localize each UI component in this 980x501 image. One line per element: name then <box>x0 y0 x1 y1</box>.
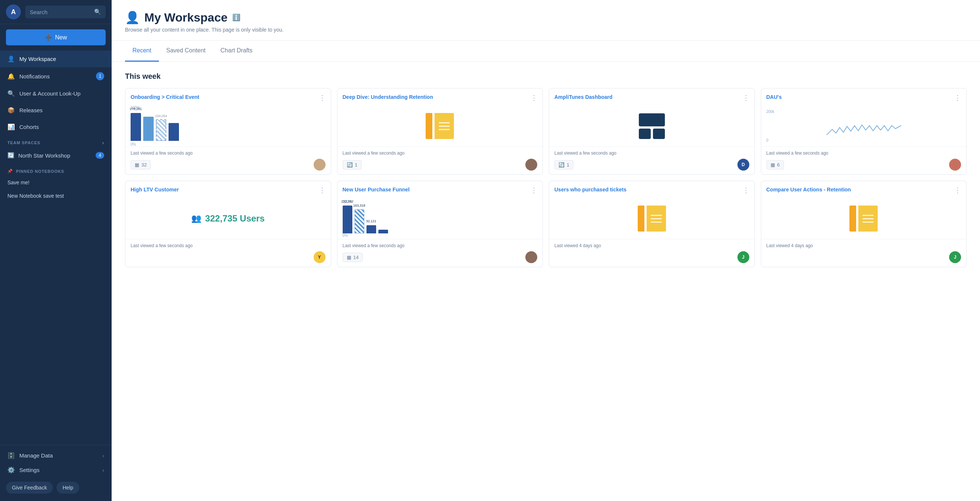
sidebar-item-label: Notifications <box>19 73 50 79</box>
card-stats: J <box>554 251 749 263</box>
chart-label-100: 100% <box>343 200 538 204</box>
last-viewed-prefix: Last viewed <box>554 243 578 248</box>
card-menu-icon[interactable]: ⋮ <box>955 94 961 102</box>
tab-drafts[interactable]: Chart Drafts <box>213 41 260 62</box>
bar-label-3: 32,121 <box>366 219 377 223</box>
avatar <box>525 251 537 263</box>
chevron-right-icon: › <box>102 467 104 473</box>
page-title: 👤 My Workspace ℹ️ <box>125 10 967 25</box>
tab-recent[interactable]: Recent <box>125 41 159 62</box>
sidebar-item-label: Releases <box>19 107 43 113</box>
content-area: This week Onboarding > Critical Event ⋮ … <box>111 62 980 284</box>
avatar <box>525 159 537 171</box>
last-viewed-prefix: Last viewed <box>343 151 366 156</box>
stat-value: 14 <box>353 255 359 260</box>
cards-row-2: High LTV Customer ⋮ 👥 322,735 Users Last… <box>125 181 967 267</box>
card-footer: Last viewed a few seconds ago ▦ 6 <box>761 146 967 174</box>
new-label: New <box>55 34 67 41</box>
notebook-body <box>434 113 454 139</box>
card-stats: Y <box>130 251 326 263</box>
card-menu-icon[interactable]: ⋮ <box>743 94 749 102</box>
stat-count: ▦ 32 <box>130 160 151 170</box>
card-menu-icon[interactable]: ⋮ <box>955 186 961 194</box>
person-icon: 👤 <box>125 10 140 25</box>
card-title[interactable]: Onboarding > Critical Event <box>130 94 199 100</box>
card-title[interactable]: New User Purchase Funnel <box>343 186 410 193</box>
avatar: D <box>737 159 749 171</box>
sidebar-item-manage-data[interactable]: 🗄️ Manage Data › <box>0 448 111 463</box>
sidebar-bottom: 🗄️ Manage Data › ⚙️ Settings › Give Feed… <box>0 445 111 501</box>
sidebar-item-north-star[interactable]: 🔄 North Star Workshop 4 <box>0 148 111 163</box>
bar-3: 32,121 <box>366 225 376 233</box>
team-spaces-label: TEAM SPACES <box>8 141 40 145</box>
releases-icon: 📦 <box>8 107 15 114</box>
card-menu-icon[interactable]: ⋮ <box>743 186 749 194</box>
pinned-item-save-me[interactable]: Save me! <box>0 176 111 189</box>
last-viewed-prefix: Last viewed <box>130 243 154 248</box>
card-title[interactable]: DAU's <box>767 94 782 100</box>
app-logo[interactable]: A <box>6 5 21 19</box>
bar-chart: 100% 278,261 194,054 0% <box>130 106 326 146</box>
card-visual <box>549 198 754 239</box>
card-footer: Last viewed 4 days ago J <box>761 239 967 267</box>
bell-icon: 🔔 <box>8 73 15 80</box>
sidebar-item-label: User & Account Look-Up <box>19 90 80 97</box>
notebook-body <box>858 206 878 231</box>
card-visual: 100% 278,261 194,054 0% <box>126 106 331 146</box>
sidebar-item-releases[interactable]: 📦 Releases <box>0 102 111 119</box>
bar-4 <box>169 123 179 141</box>
stat-value: 32 <box>142 162 146 168</box>
team-badge: 4 <box>95 152 104 159</box>
card-header: Users who purchased tickets ⋮ <box>549 181 754 198</box>
card-menu-icon[interactable]: ⋮ <box>319 186 326 194</box>
sidebar-item-my-workspace[interactable]: 👤 My Workspace <box>0 51 111 67</box>
card-high-ltv: High LTV Customer ⋮ 👥 322,735 Users Last… <box>125 181 331 267</box>
search-bar[interactable]: Search 🔍 <box>25 6 106 18</box>
grid-icon: ▦ <box>347 255 351 260</box>
help-button[interactable]: Help <box>57 482 79 493</box>
card-title[interactable]: Compare User Actions - Retention <box>767 186 851 193</box>
stat-count: ▦ 6 <box>767 160 784 170</box>
card-visual <box>549 106 754 146</box>
new-button[interactable]: ➕ New <box>6 29 106 45</box>
search-icon: 🔍 <box>94 8 101 15</box>
card-title[interactable]: Deep Dive: Understanding Retention <box>343 94 433 100</box>
card-menu-icon[interactable]: ⋮ <box>319 94 326 102</box>
sidebar-item-user-lookup[interactable]: 🔍 User & Account Look-Up <box>0 85 111 102</box>
last-viewed: Last viewed 4 days ago <box>554 243 749 248</box>
sidebar-item-cohorts[interactable]: 📊 Cohorts <box>0 119 111 135</box>
sidebar-item-settings[interactable]: ⚙️ Settings › <box>0 463 111 477</box>
bar-label-1: 278,261 <box>130 107 142 111</box>
last-viewed-time: a few seconds ago <box>367 243 404 248</box>
amp-block-small-2 <box>653 128 665 139</box>
card-header: Deep Dive: Understanding Retention ⋮ <box>337 89 543 106</box>
avatar: Y <box>313 251 326 263</box>
info-icon[interactable]: ℹ️ <box>232 13 240 22</box>
notebook-spine <box>850 206 856 231</box>
card-menu-icon[interactable]: ⋮ <box>531 186 537 194</box>
sidebar-item-notifications[interactable]: 🔔 Notifications 1 <box>0 67 111 85</box>
card-header: Onboarding > Critical Event ⋮ <box>126 89 331 106</box>
chart-labels: 100% <box>130 106 326 109</box>
tab-saved[interactable]: Saved Content <box>159 41 213 62</box>
card-title[interactable]: AmpliTunes Dashboard <box>554 94 612 100</box>
card-title[interactable]: Users who purchased tickets <box>554 186 627 193</box>
last-viewed-time: a few seconds ago <box>791 151 828 156</box>
last-viewed: Last viewed a few seconds ago <box>767 151 961 156</box>
pinned-item-notebook-save-test[interactable]: New Notebook save test <box>0 189 111 203</box>
lookup-icon: 🔍 <box>8 90 15 97</box>
card-title[interactable]: High LTV Customer <box>130 186 179 193</box>
feedback-button[interactable]: Give Feedback <box>6 482 53 493</box>
card-menu-icon[interactable]: ⋮ <box>531 94 537 102</box>
notebook-visual <box>426 113 454 139</box>
notebook-line <box>651 222 662 223</box>
avatar <box>949 159 961 171</box>
sidebar-item-label: Cohorts <box>19 124 39 130</box>
settings-label: Settings <box>19 467 40 473</box>
card-visual: 👥 322,735 Users <box>126 198 331 239</box>
notebook-visual <box>850 206 878 231</box>
stat-count: 🔄 1 <box>554 160 573 170</box>
stat-value: 1 <box>566 162 569 168</box>
this-week-label: This week <box>125 72 967 81</box>
title-text: My Workspace <box>144 11 228 25</box>
